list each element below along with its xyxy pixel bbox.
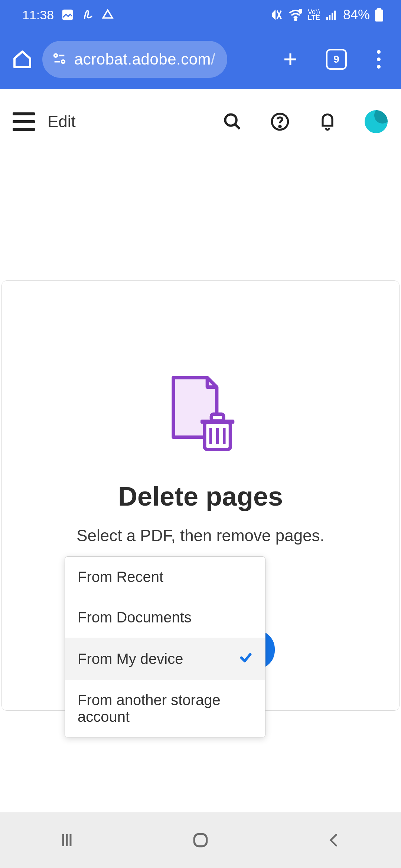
svg-point-18	[279, 125, 281, 127]
notifications-button[interactable]	[316, 110, 339, 134]
help-button[interactable]	[268, 110, 292, 134]
card-heading: Delete pages	[2, 481, 399, 512]
delete-pages-icon	[2, 374, 399, 451]
svg-rect-21	[211, 414, 224, 421]
recents-nav-button[interactable]	[56, 829, 78, 851]
back-nav-button[interactable]	[323, 829, 345, 851]
main-content: Delete pages Select a PDF, then remove p…	[0, 154, 401, 711]
wifi-icon: 6	[288, 9, 303, 21]
clock: 11:38	[22, 8, 54, 22]
svg-rect-5	[332, 13, 333, 20]
svg-point-11	[62, 60, 65, 63]
check-icon	[239, 650, 252, 668]
dropdown-item-documents[interactable]: From Documents	[65, 597, 265, 638]
svg-point-9	[54, 54, 57, 57]
dropdown-item-label: From My device	[78, 651, 183, 667]
battery-percent: 84%	[343, 7, 370, 23]
signal-icon	[325, 9, 338, 21]
svg-rect-4	[329, 15, 330, 20]
page-title: Edit	[48, 112, 76, 131]
app-header: Edit	[0, 89, 401, 154]
url-bar[interactable]: acrobat.adobe.com/	[42, 41, 227, 78]
svg-rect-6	[334, 11, 336, 20]
url-path: /	[211, 50, 215, 68]
browser-home-button[interactable]	[11, 48, 33, 70]
battery-icon	[375, 8, 383, 22]
home-nav-button[interactable]	[189, 829, 212, 851]
android-nav-bar	[0, 812, 401, 868]
volte-icon: Vo)) LTE	[308, 9, 320, 21]
file-source-dropdown: From Recent From Documents From My devic…	[65, 556, 265, 737]
site-settings-icon[interactable]	[52, 51, 67, 68]
menu-icon[interactable]	[13, 112, 35, 131]
acrobat-notif-icon	[81, 9, 94, 21]
card-subtitle: Select a PDF, then remove pages.	[2, 526, 399, 545]
dropdown-item-label: From Documents	[78, 609, 192, 626]
vibrate-icon	[271, 9, 283, 21]
image-icon	[61, 9, 74, 21]
dropdown-item-label: From Recent	[78, 569, 163, 585]
svg-rect-3	[326, 17, 328, 20]
dropdown-item-another-storage[interactable]: From another storage account	[65, 680, 265, 737]
svg-text:6: 6	[299, 9, 301, 14]
android-status-bar: 11:38 6 Vo)) LTE 84%	[0, 0, 401, 30]
dropdown-item-recent[interactable]: From Recent	[65, 557, 265, 597]
status-right-group: 6 Vo)) LTE 84%	[271, 7, 383, 23]
svg-line-16	[235, 124, 240, 129]
lte-label: LTE	[308, 15, 320, 21]
browser-menu-button[interactable]	[371, 48, 386, 70]
svg-rect-8	[377, 8, 381, 10]
tab-count-number: 9	[333, 53, 339, 65]
svg-rect-7	[375, 10, 383, 22]
browser-toolbar: acrobat.adobe.com/ 9	[0, 30, 401, 89]
dropdown-item-label: From another storage account	[78, 692, 252, 725]
url-domain: acrobat.adobe.com	[74, 50, 211, 68]
status-left-group: 11:38	[22, 8, 114, 22]
svg-point-1	[295, 19, 297, 20]
dropdown-item-my-device[interactable]: From My device	[65, 638, 265, 680]
svg-rect-28	[194, 834, 206, 846]
drive-notif-icon	[101, 9, 114, 21]
url-text: acrobat.adobe.com/	[74, 50, 215, 68]
search-button[interactable]	[221, 110, 244, 134]
svg-point-15	[225, 114, 237, 125]
profile-avatar[interactable]	[365, 110, 388, 133]
tabs-button[interactable]: 9	[325, 48, 348, 70]
new-tab-button[interactable]	[279, 48, 301, 70]
